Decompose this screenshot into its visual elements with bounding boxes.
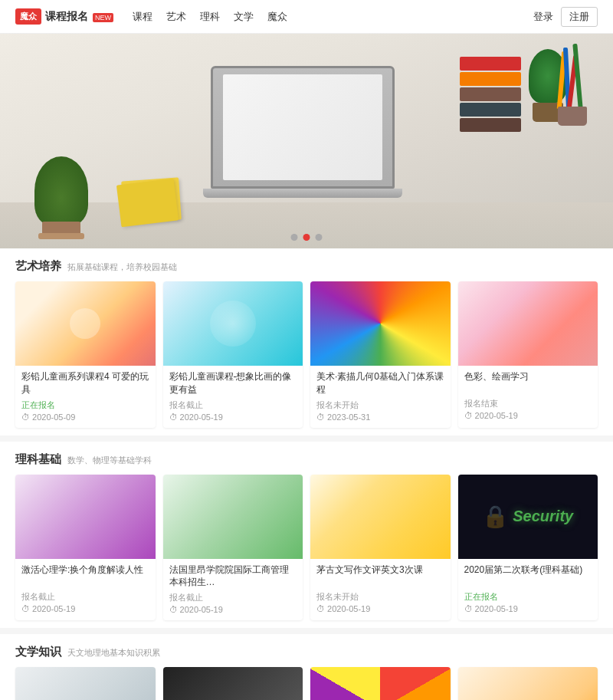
- art-card-2-status: 报名截止: [169, 399, 297, 411]
- art-section: 艺术培养 拓展基础课程，培养校园基础 彩铅儿童画系列课程4 可爱的玩具 正在报名…: [0, 248, 613, 435]
- header-right: 登录 注册: [533, 7, 598, 27]
- literature-section: 文学知识 天文地理地基本知识积累 20届第二次联考(理科基础) 正在报名 ⏱ 2…: [0, 634, 613, 700]
- lit-card-4-img: [458, 667, 598, 700]
- art-card-1-status: 正在报名: [21, 399, 149, 411]
- literature-section-title-row: 文学知识 天文地理地基本知识积累: [15, 645, 598, 659]
- header-left: 魔众 课程报名 NEW 课程 艺术 理科 文学 魔众: [15, 8, 287, 25]
- art-card-1-date: ⏱ 2020-05-09: [21, 412, 149, 422]
- register-button[interactable]: 注册: [561, 7, 598, 27]
- nav-item-courses[interactable]: 课程: [133, 10, 152, 24]
- main-nav: 课程 艺术 理科 文学 魔众: [133, 10, 287, 24]
- sci-card-4[interactable]: 🔒 Security 2020届第二次联考(理科基础) 正在报名 ⏱ 2020-…: [458, 475, 598, 621]
- pencil-holder: [556, 41, 590, 126]
- art-card-4-date: ⏱ 2020-05-19: [464, 411, 592, 420]
- logo-text: 课程报名: [45, 10, 88, 24]
- lit-card-1[interactable]: 20届第二次联考(理科基础) 正在报名 ⏱ 2020-06-27: [15, 667, 156, 700]
- sci-card-2-title: 法国里昂学院院国际工商管理本科招生…: [169, 564, 297, 590]
- art-section-subtitle: 拓展基础课程，培养校园基础: [67, 261, 177, 273]
- art-section-title-row: 艺术培养 拓展基础课程，培养校园基础: [15, 259, 598, 274]
- art-card-2-date: ⏱ 2020-05-19: [169, 412, 297, 422]
- art-card-4-status: 报名结束: [464, 398, 592, 409]
- header: 魔众 课程报名 NEW 课程 艺术 理科 文学 魔众 登录 注册: [0, 0, 613, 34]
- art-card-2[interactable]: 彩铅儿童画课程-想象比画的像更有益 报名截止 ⏱ 2020-05-19: [163, 281, 303, 428]
- art-card-3-img: [310, 281, 451, 366]
- science-cards-grid: 激活心理学:换个角度解读人性 报名截止 ⏱ 2020-05-19 法国里昂学院院…: [15, 475, 598, 621]
- sci-card-4-date: ⏱ 2020-05-19: [464, 604, 592, 613]
- sci-card-4-title: 2020届第二次联考(理科基础): [464, 564, 592, 588]
- hero-banner: [0, 34, 613, 248]
- sci-card-4-img: 🔒 Security: [458, 475, 598, 559]
- science-section-title-row: 理科基础 数学、物理等基础学科: [15, 452, 598, 467]
- lit-card-4[interactable]: 学古文写作文评英文5次课 正在报名 ⏱ 2020-05-30: [458, 667, 598, 700]
- art-card-4-img: [458, 281, 598, 366]
- art-card-3-status: 报名未开始: [316, 399, 444, 411]
- art-card-1[interactable]: 彩铅儿童画系列课程4 可爱的玩具 正在报名 ⏱ 2020-05-09: [15, 281, 156, 428]
- notebook2: [116, 179, 179, 228]
- sci-card-2-img: [163, 475, 303, 559]
- sci-card-3-date: ⏱ 2020-05-19: [316, 604, 444, 613]
- logo-badge: NEW: [93, 13, 113, 22]
- art-card-2-img: [163, 281, 303, 366]
- art-card-2-title: 彩铅儿童画课程-想象比画的像更有益: [169, 370, 297, 396]
- art-card-1-img: [15, 281, 156, 366]
- literature-section-title: 文学知识: [15, 645, 61, 659]
- sci-card-1-status: 报名截止: [21, 591, 149, 603]
- sci-card-3-title: 茅古文写作文评英文3次课: [316, 564, 444, 588]
- security-text: Security: [513, 508, 573, 525]
- sci-card-2-date: ⏱ 2020-05-19: [169, 605, 297, 614]
- laptop: [211, 66, 402, 198]
- lit-card-2[interactable]: 国里昂商学院国际工商管理本科招生培… 正在报名 ⏱ 2020-06-23: [163, 667, 303, 700]
- logo-icon: 魔众: [15, 8, 41, 25]
- literature-section-subtitle: 天文地理地基本知识积累: [67, 647, 160, 659]
- hero-dot-1[interactable]: [291, 234, 298, 241]
- sci-card-1[interactable]: 激活心理学:换个角度解读人性 报名截止 ⏱ 2020-05-19: [15, 475, 156, 621]
- science-section: 理科基础 数学、物理等基础学科 激活心理学:换个角度解读人性 报名截止 ⏱ 20…: [0, 442, 613, 629]
- sci-card-1-title: 激活心理学:换个角度解读人性: [21, 564, 149, 588]
- sci-card-3[interactable]: 茅古文写作文评英文3次课 报名未开始 ⏱ 2020-05-19: [310, 475, 451, 621]
- plant-left: [27, 126, 103, 248]
- hero-dot-3[interactable]: [316, 234, 323, 241]
- art-cards-grid: 彩铅儿童画系列课程4 可爱的玩具 正在报名 ⏱ 2020-05-09 彩铅儿童画…: [15, 281, 598, 428]
- lit-card-3-img: [310, 667, 451, 700]
- sci-card-4-status: 正在报名: [464, 591, 592, 603]
- nav-item-art[interactable]: 艺术: [166, 10, 186, 24]
- hero-dot-2[interactable]: [303, 234, 310, 241]
- lit-card-2-img: [163, 667, 303, 700]
- lit-card-1-img: [15, 667, 156, 700]
- nav-item-science[interactable]: 理科: [200, 10, 220, 24]
- art-card-3[interactable]: 美术·素描几何0基础入门体系课程 报名未开始 ⏱ 2023-05-31: [310, 281, 451, 428]
- hero-dots: [291, 234, 323, 241]
- sci-card-3-status: 报名未开始: [316, 591, 444, 603]
- art-card-1-title: 彩铅儿童画系列课程4 可爱的玩具: [21, 370, 149, 396]
- nav-item-literature[interactable]: 文学: [234, 10, 254, 24]
- literature-cards-grid: 20届第二次联考(理科基础) 正在报名 ⏱ 2020-06-27 国里昂商学院国…: [15, 667, 598, 700]
- sci-card-2-status: 报名截止: [169, 592, 297, 603]
- sci-card-2[interactable]: 法国里昂学院院国际工商管理本科招生… 报名截止 ⏱ 2020-05-19: [163, 475, 303, 621]
- art-card-3-title: 美术·素描几何0基础入门体系课程: [316, 370, 444, 396]
- sci-card-1-img: [15, 475, 156, 559]
- nav-item-mozong[interactable]: 魔众: [267, 10, 287, 24]
- login-button[interactable]: 登录: [533, 10, 553, 24]
- science-section-subtitle: 数学、物理等基础学科: [67, 455, 152, 466]
- logo[interactable]: 魔众 课程报名 NEW: [15, 8, 113, 25]
- books-stack: [460, 57, 521, 132]
- art-card-3-date: ⏱ 2023-05-31: [316, 412, 444, 422]
- science-section-title: 理科基础: [15, 452, 61, 467]
- art-card-4-title: 色彩、绘画学习: [464, 370, 592, 395]
- sci-card-3-img: [310, 475, 451, 559]
- sci-card-1-date: ⏱ 2020-05-19: [21, 604, 149, 613]
- art-section-title: 艺术培养: [15, 259, 61, 274]
- lit-card-3[interactable]: 学古文写作文评英文3次课 报名未开始 ⏱ 2020-06-21: [310, 667, 451, 700]
- art-card-4[interactable]: 色彩、绘画学习 报名结束 ⏱ 2020-05-19: [458, 281, 598, 428]
